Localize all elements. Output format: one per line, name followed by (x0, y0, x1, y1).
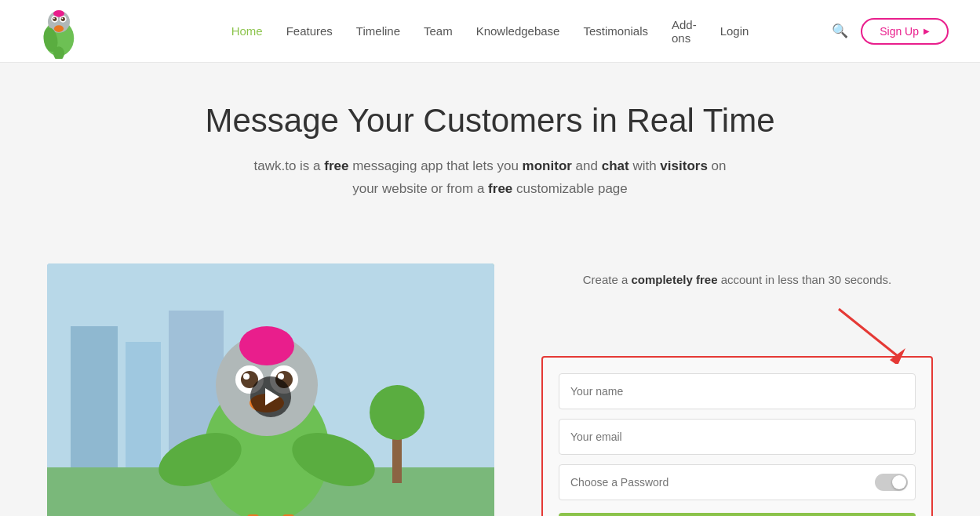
svg-point-21 (239, 326, 294, 365)
nav-testimonials[interactable]: Testimonials (583, 24, 648, 38)
signup-submit-button[interactable]: SIGN UP FOR FREE! (559, 513, 916, 516)
main-content: Create a completely free account in less… (0, 248, 980, 516)
svg-point-4 (53, 16, 56, 20)
nav-team[interactable]: Team (424, 24, 453, 38)
svg-point-9 (53, 9, 64, 16)
play-button[interactable] (250, 376, 291, 417)
svg-point-2 (54, 25, 64, 32)
search-icon: 🔍 (832, 24, 848, 38)
nav-addons[interactable]: Add-ons (672, 18, 697, 45)
password-input[interactable] (559, 464, 916, 500)
video-area[interactable] (47, 263, 494, 516)
name-input[interactable] (559, 373, 916, 409)
nav-login[interactable]: Login (720, 24, 749, 38)
search-button[interactable]: 🔍 (832, 23, 848, 39)
svg-point-7 (61, 16, 65, 20)
svg-point-8 (62, 17, 64, 19)
logo[interactable] (31, 4, 86, 59)
main-nav: Home Features Timeline Team Knowledgebas… (231, 18, 749, 45)
svg-point-25 (243, 373, 250, 380)
arrow-wrapper (541, 301, 909, 364)
header: Home Features Timeline Team Knowledgebas… (0, 0, 980, 63)
hero-section: Message Your Customers in Real Time tawk… (0, 63, 980, 248)
header-right: 🔍 Sign Up (832, 18, 949, 45)
signup-form: SIGN UP FOR FREE! (541, 356, 933, 516)
red-arrow-icon (831, 301, 909, 364)
password-toggle[interactable] (875, 474, 908, 491)
hero-headline: Message Your Customers in Real Time (31, 102, 949, 140)
password-row (559, 464, 916, 500)
nav-timeline[interactable]: Timeline (356, 24, 400, 38)
svg-point-18 (370, 385, 424, 440)
hero-description: tawk.to is a free messaging app that let… (247, 155, 734, 201)
nav-home[interactable]: Home (231, 24, 263, 38)
logo-icon (31, 4, 86, 59)
email-input[interactable] (559, 419, 916, 455)
nav-features[interactable]: Features (286, 24, 333, 38)
signup-panel: Create a completely free account in less… (541, 263, 933, 516)
header-signup-button[interactable]: Sign Up (861, 18, 949, 45)
svg-line-33 (839, 309, 898, 356)
svg-point-5 (53, 17, 55, 19)
signup-tagline: Create a completely free account in less… (541, 271, 933, 289)
nav-knowledgebase[interactable]: Knowledgebase (476, 24, 560, 38)
